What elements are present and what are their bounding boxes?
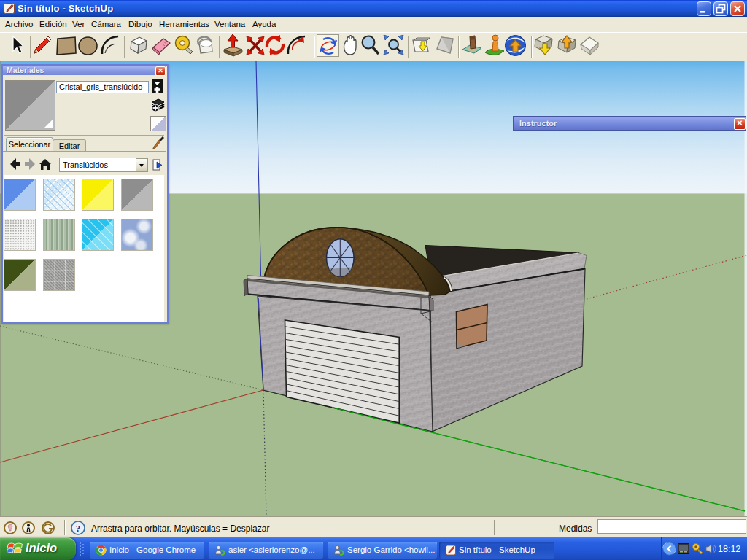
- svg-text:?: ?: [76, 523, 81, 534]
